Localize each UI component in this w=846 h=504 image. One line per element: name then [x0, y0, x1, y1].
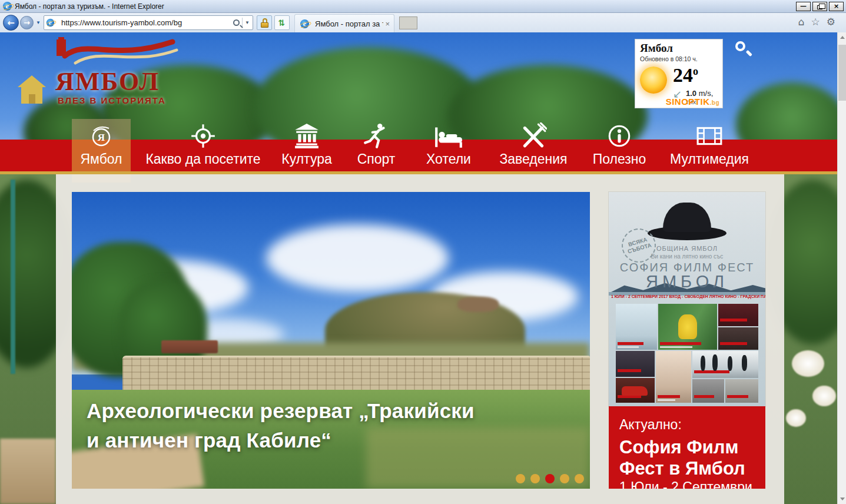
close-button[interactable]: ×	[829, 2, 844, 11]
logo-title: ЯМБОЛ	[55, 67, 160, 97]
weather-updated: Обновено в 08:10 ч.	[640, 55, 698, 62]
scrollbar-thumb[interactable]	[838, 45, 846, 101]
scene-cloud	[266, 224, 449, 292]
news-dates: 1 Юли - 2 Септември	[619, 479, 752, 489]
carousel-dot[interactable]	[560, 474, 569, 483]
poster-collage-tile	[718, 304, 758, 326]
poster-collage-tile	[658, 304, 717, 350]
poster-collage-tile	[656, 351, 691, 403]
search-icon[interactable]	[233, 19, 240, 26]
nav-item-what-to-visit[interactable]: Какво да посетите	[141, 119, 266, 171]
poster-collage-tile	[616, 378, 655, 403]
scroll-down-button[interactable]	[838, 494, 846, 504]
flower	[812, 386, 836, 406]
address-bar[interactable]: e https://www.tourism-yambol.com/bg ▼	[44, 15, 253, 30]
tab-favicon: e	[300, 19, 309, 28]
news-title-line1[interactable]: София Филм	[619, 437, 738, 458]
favorites-star-icon[interactable]: ☆	[811, 16, 820, 28]
address-dropdown-icon[interactable]: ▼	[242, 18, 250, 28]
title-bar: e Ямбол - портал за туризъм. - Internet …	[0, 0, 846, 13]
nav-item-sport[interactable]: Спорт	[349, 119, 404, 171]
logo-swoosh	[52, 36, 178, 68]
poster-collage-tile	[616, 351, 655, 377]
url-text[interactable]: https://www.tourism-yambol.com/bg	[61, 18, 233, 27]
hero-carousel[interactable]: Археологически резерват „Тракийски и ант…	[72, 192, 590, 489]
browser-window: e Ямбол - портал за туризъм. - Internet …	[0, 0, 846, 504]
poster-collage-tile	[692, 379, 724, 403]
sinoptik-logo[interactable]: SINOPTIK.bg	[666, 97, 719, 107]
carousel-dot[interactable]	[530, 474, 540, 483]
flower	[786, 409, 806, 427]
site-favicon: e	[47, 19, 55, 27]
poster-city: ЯМБОЛ	[609, 272, 765, 291]
window-title: Ямбол - портал за туризъм. - Internet Ex…	[15, 2, 164, 11]
nav-item-hotels[interactable]: Хотели	[420, 119, 477, 171]
home-page-icon[interactable]	[18, 75, 46, 105]
weather-city: Ямбол	[640, 42, 673, 55]
fork-knife-icon	[520, 122, 547, 150]
minimize-button[interactable]: —	[796, 2, 811, 11]
weather-widget[interactable]: Ямбол Обновено в 08:10 ч. 24o ↙ 1.0 m/s,…	[635, 39, 723, 108]
info-icon	[606, 122, 633, 150]
nav-item-multimedia[interactable]: Мултимедия	[667, 119, 752, 171]
lamp-post	[11, 180, 15, 374]
nav-item-yambol[interactable]: Я Ямбол	[72, 119, 131, 171]
runner-icon	[363, 122, 390, 150]
new-tab-button[interactable]	[399, 16, 417, 29]
scroll-up-button[interactable]	[838, 32, 846, 42]
history-dropdown-icon[interactable]: ▼	[36, 20, 41, 25]
news-title-line2[interactable]: Фест в Ямбол	[619, 458, 745, 479]
flower	[792, 350, 824, 377]
carousel-dot[interactable]	[575, 474, 584, 483]
ie-logo-icon: e	[3, 2, 12, 11]
museum-icon	[293, 122, 320, 150]
refresh-button[interactable]: ⇄	[274, 15, 290, 30]
event-poster[interactable]: ВСЯКА СЪБОТА ОБЩИНА ЯМБОЛ Ви кани на лят…	[609, 192, 765, 406]
carousel-dot-active[interactable]	[545, 474, 555, 483]
nav-item-useful[interactable]: Полезно	[585, 119, 653, 171]
logo-tagline: ВЛЕЗ В ИСТОРИЯТА	[58, 95, 166, 105]
news-kicker: Актуално:	[619, 417, 682, 433]
restore-icon	[817, 5, 822, 9]
poster-organizer: ОБЩИНА ЯМБОЛ	[609, 245, 765, 252]
scene-stone-wall	[122, 356, 590, 392]
poster-collage-tile	[725, 379, 758, 403]
page-scrollbar[interactable]	[837, 32, 846, 504]
poster-invite: Ви кани на лятно кино със	[609, 253, 765, 260]
poster-collage-tile	[692, 351, 758, 378]
film-icon	[695, 122, 724, 150]
site-search-icon[interactable]	[734, 40, 753, 59]
carousel-caption-line2: и античен град Кабиле“	[87, 429, 331, 452]
back-button[interactable]: ←	[3, 15, 19, 31]
site-logo[interactable]: ЯМБОЛ ВЛЕЗ В ИСТОРИЯТА	[52, 36, 181, 118]
bed-icon	[433, 122, 464, 150]
svg-text:Я: Я	[98, 132, 105, 143]
refresh-icon: ⇄	[275, 19, 288, 26]
poster-collage-tile	[718, 327, 758, 350]
security-lock-button[interactable]	[257, 15, 272, 30]
scene-shed	[161, 340, 218, 353]
carousel-dot[interactable]	[516, 474, 525, 483]
nav-item-culture[interactable]: Култура	[273, 119, 340, 171]
news-box[interactable]: Актуално: София Филм Фест в Ямбол 1 Юли …	[609, 406, 765, 489]
carousel-caption-line1: Археологически резерват „Тракийски	[87, 399, 475, 423]
home-icon[interactable]: ⌂	[798, 16, 805, 28]
forward-button[interactable]: →	[20, 16, 34, 29]
settings-gear-icon[interactable]: ⚙	[827, 16, 835, 28]
stone-path	[0, 439, 56, 504]
poster-details: 1 ЮЛИ - 2 СЕПТЕМВРИ 2017 ВХОД - СВОБОДЕН…	[611, 294, 763, 299]
poster-collage-tile	[616, 304, 657, 350]
target-icon	[190, 122, 217, 150]
weather-temperature: 24o	[673, 64, 698, 87]
sun-icon	[640, 67, 667, 94]
browser-tab[interactable]: e Ямбол - портал за туриз... ×	[294, 14, 394, 32]
carousel-dots	[516, 474, 584, 483]
nav-item-restaurants[interactable]: Заведения	[497, 119, 570, 171]
tab-title: Ямбол - портал за туриз...	[315, 19, 383, 28]
restore-button[interactable]	[812, 2, 827, 11]
yambol-logo-icon: Я	[88, 122, 115, 150]
scene-rock	[457, 297, 499, 312]
tab-close-button[interactable]: ×	[383, 19, 392, 28]
browser-toolbar: ← → ▼ e https://www.tourism-yambol.com/b…	[0, 13, 846, 32]
webpage-viewport: ЯМБОЛ ВЛЕЗ В ИСТОРИЯТА Ямбол Обновено в …	[0, 32, 837, 504]
